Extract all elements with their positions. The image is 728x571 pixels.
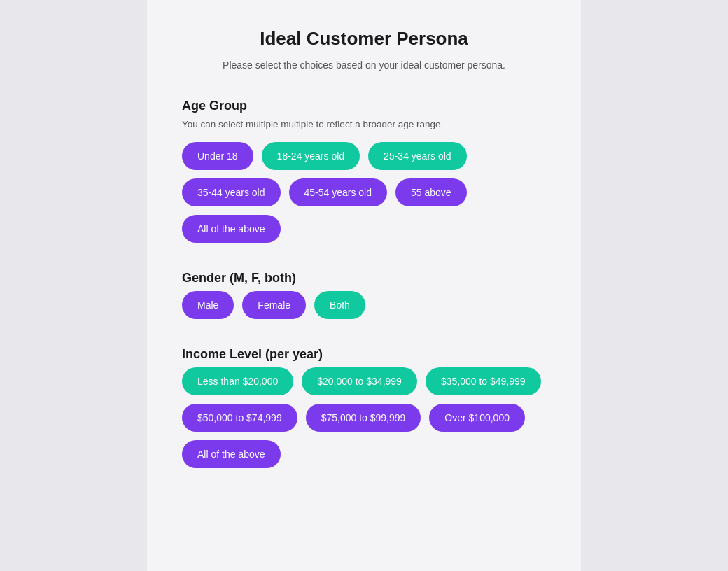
option-btn-gender-1[interactable]: Female — [242, 291, 306, 319]
option-btn-income-level-0[interactable]: Less than $20,000 — [182, 367, 293, 395]
option-btn-age-group-5[interactable]: 55 above — [396, 178, 467, 206]
section-title-gender: Gender (M, F, both) — [182, 271, 546, 286]
option-btn-age-group-2[interactable]: 25-34 years old — [368, 142, 467, 170]
option-btn-age-group-1[interactable]: 18-24 years old — [262, 142, 360, 170]
page-title: Ideal Customer Persona — [182, 28, 546, 50]
option-btn-income-level-2[interactable]: $35,000 to $49,999 — [426, 367, 541, 395]
option-btn-income-level-3[interactable]: $50,000 to $74,999 — [182, 404, 298, 432]
options-container-income-level: Less than $20,000$20,000 to $34,999$35,0… — [182, 367, 546, 468]
option-btn-age-group-4[interactable]: 45-54 years old — [289, 178, 388, 206]
option-btn-age-group-3[interactable]: 35-44 years old — [182, 178, 281, 206]
section-description-age-group: You can select multiple multiple to refl… — [182, 119, 546, 129]
option-btn-gender-2[interactable]: Both — [314, 291, 365, 319]
section-title-age-group: Age Group — [182, 99, 546, 113]
option-btn-income-level-4[interactable]: $75,000 to $99,999 — [306, 404, 421, 432]
options-container-gender: MaleFemaleBoth — [182, 291, 546, 319]
option-btn-age-group-6[interactable]: All of the above — [182, 215, 281, 243]
section-title-income-level: Income Level (per year) — [182, 347, 546, 362]
options-container-age-group: Under 1818-24 years old25-34 years old35… — [182, 142, 546, 243]
main-container: Ideal Customer Persona Please select the… — [147, 0, 581, 571]
section-age-group: Age GroupYou can select multiple multipl… — [182, 99, 546, 243]
option-btn-income-level-6[interactable]: All of the above — [182, 440, 281, 468]
section-income-level: Income Level (per year)Less than $20,000… — [182, 347, 546, 468]
option-btn-age-group-0[interactable]: Under 18 — [182, 142, 253, 170]
option-btn-income-level-5[interactable]: Over $100,000 — [429, 404, 525, 432]
page-subtitle: Please select the choices based on your … — [182, 59, 546, 71]
option-btn-income-level-1[interactable]: $20,000 to $34,999 — [302, 367, 417, 395]
option-btn-gender-0[interactable]: Male — [182, 291, 234, 319]
section-gender: Gender (M, F, both)MaleFemaleBoth — [182, 271, 546, 319]
